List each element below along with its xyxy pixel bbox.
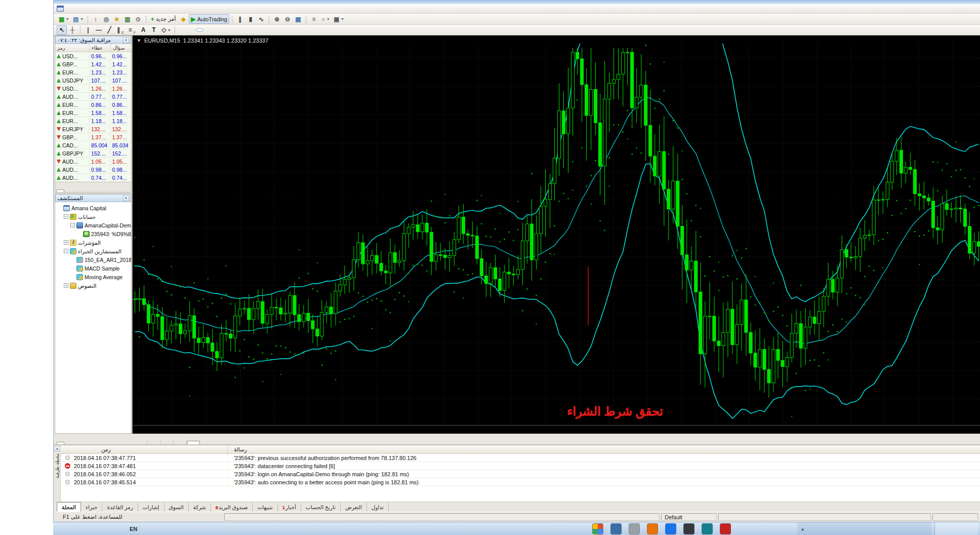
tree-expander[interactable]: + — [64, 283, 68, 288]
chart-tab[interactable] — [174, 441, 187, 444]
timeframe-button[interactable] — [196, 28, 203, 31]
metaeditor-button[interactable]: ◆ — [178, 14, 188, 24]
market-watch-row[interactable]: EUR... 1.18... 1.18... — [55, 117, 131, 125]
menu-item[interactable] — [115, 8, 124, 10]
menu-item[interactable] — [107, 8, 115, 10]
journal-row[interactable]: 2018.04.16 07:38:45.514 '235943': auto c… — [61, 478, 980, 486]
equidistant-channel-tool-button[interactable]: ∥E — [115, 25, 126, 35]
window-system-icon[interactable] — [57, 6, 64, 12]
tree-item[interactable]: − AmanaCapital-Demo — [55, 221, 131, 230]
navigator-button[interactable]: ★ — [112, 14, 122, 24]
app-blue[interactable] — [610, 523, 622, 534]
close-icon[interactable]: × — [123, 196, 129, 201]
dropdown-arrow-icon[interactable]: ▾ — [168, 28, 170, 32]
tree-item[interactable]: + f المؤشرات — [55, 238, 131, 247]
tree-item[interactable]: − المستشارين الخبراء — [55, 247, 131, 255]
journal-row[interactable]: 2018.04.16 07:38:47.481 '235943': datace… — [61, 462, 980, 470]
column-time[interactable]: زمن — [61, 445, 228, 453]
app-lightblue[interactable] — [665, 523, 676, 534]
zoom-out-button[interactable]: ⊖ — [282, 14, 293, 24]
timeframe-button[interactable] — [244, 28, 252, 31]
terminal-tab[interactable]: تداول — [367, 503, 389, 512]
app-teal[interactable] — [702, 523, 713, 534]
chart-tab[interactable] — [160, 441, 174, 444]
tile-windows-button[interactable]: ▦ — [293, 14, 303, 24]
journal-row[interactable]: 2018.04.16 07:38:47.771 '235943': previo… — [61, 454, 980, 462]
close-icon[interactable]: × — [123, 37, 129, 43]
autotrading-button[interactable]: ▶AutoTrading — [189, 14, 229, 24]
browser-chrome[interactable] — [592, 523, 603, 534]
market-watch-row[interactable]: AUD... 0.98... 0.98... — [55, 166, 131, 174]
price-chart[interactable]: ▼ EURUSD,M15 1.23341 1.23343 1.23320 1.2… — [132, 35, 980, 434]
market-watch-row[interactable]: GBPJPY 152.... 152.... — [55, 149, 131, 158]
journal-row[interactable]: 2018.04.16 07:38:46.052 '235943': login … — [61, 470, 980, 478]
chart-tab[interactable] — [147, 441, 160, 444]
horizontal-line-tool-button[interactable]: — — [94, 25, 104, 35]
dropdown-arrow-icon[interactable]: ▾ — [81, 17, 83, 21]
chart-tab[interactable] — [187, 441, 200, 444]
terminal-tab[interactable]: التعرض — [341, 503, 367, 512]
menu-item[interactable] — [75, 8, 83, 10]
terminal-tab[interactable]: رمز القاعدة — [102, 503, 138, 512]
navigator-tab[interactable] — [56, 442, 64, 444]
market-watch-row[interactable]: CAD... 85.004 85.034 — [55, 141, 131, 149]
terminal-tab[interactable]: السوق — [165, 503, 189, 512]
trendline-tool-button[interactable]: ╱ — [104, 25, 114, 35]
column-message[interactable]: رسالة — [228, 445, 980, 453]
app-dark[interactable] — [683, 523, 695, 534]
terminal-tab[interactable]: 1 أخبار — [278, 503, 301, 512]
market-watch-row[interactable]: GBP... 1.42... 1.42... — [55, 60, 131, 68]
terminal-tab[interactable]: شركة — [189, 503, 211, 512]
market-watch-row[interactable]: EUR... 1.58... 1.58... — [55, 109, 131, 117]
menu-item[interactable] — [99, 8, 107, 10]
column-ask[interactable]: سؤال — [111, 44, 131, 52]
app-orange[interactable] — [647, 523, 658, 534]
close-icon[interactable]: × — [54, 446, 60, 452]
terminal-tab[interactable]: إشارات — [138, 503, 165, 512]
timeframe-button[interactable] — [228, 28, 235, 31]
tree-item[interactable]: Amana Capital — [55, 204, 131, 212]
window-titlebar[interactable] — [54, 0, 980, 4]
text-label-tool-button[interactable]: T — [149, 25, 159, 35]
taskbar-clock[interactable] — [934, 522, 978, 535]
data-window-button[interactable]: ◎ — [101, 14, 111, 24]
terminal-tab[interactable]: تنبيهات — [253, 503, 277, 512]
tree-item[interactable]: 150_EA_AR1_2018 — [55, 255, 131, 264]
market-watch-row[interactable]: EURJPY 132.... 132.... — [55, 125, 131, 133]
chart-tab[interactable] — [134, 441, 147, 444]
templates-button[interactable]: ▣▾ — [332, 14, 345, 24]
column-bid[interactable]: عطاء — [90, 44, 111, 52]
app-red[interactable] — [720, 523, 731, 534]
timeframe-button[interactable] — [220, 28, 227, 31]
timeframe-button[interactable] — [188, 28, 195, 31]
vertical-line-tool-button[interactable]: | — [83, 25, 93, 35]
timeframe-button[interactable] — [212, 28, 219, 31]
market-watch-tab[interactable] — [56, 189, 64, 192]
column-symbol[interactable]: رمز — [55, 44, 90, 52]
market-watch-row[interactable]: USD... 0.96... 0.96... — [55, 52, 131, 60]
terminal-tab[interactable]: المجلة — [57, 502, 81, 512]
terminal-button[interactable]: ▥ — [123, 14, 133, 24]
terminal-tab[interactable]: خبراء — [81, 503, 102, 512]
fibonacci-tool-button[interactable]: ≡F — [127, 25, 138, 35]
market-watch-button[interactable]: ↕ — [91, 14, 101, 24]
status-profile[interactable]: Default — [661, 513, 717, 521]
tree-item[interactable]: 235943: %D9%8A — [55, 230, 131, 238]
profiles-button[interactable]: ▤▾ — [71, 14, 85, 24]
arrows-tool-button[interactable]: ◇▾ — [159, 25, 172, 35]
market-watch-row[interactable]: AUD... 0.77... 0.77... — [55, 93, 131, 101]
line-chart-mode-button[interactable]: ∿ — [256, 14, 266, 24]
period-cycler-button[interactable]: ○▾ — [319, 14, 331, 24]
new-chart-button[interactable]: ▦▾ — [57, 14, 70, 24]
market-watch-row[interactable]: GBP... 1.37... 1.37... — [55, 133, 131, 141]
tree-item[interactable]: Moving Average — [55, 273, 131, 281]
tree-expander[interactable]: − — [70, 223, 75, 227]
tree-expander[interactable]: − — [64, 214, 68, 219]
tree-item[interactable]: MACD Sample — [55, 264, 131, 273]
navigator-tab[interactable] — [65, 442, 73, 444]
terminal-tab[interactable]: 6 صندوق البريد — [211, 503, 253, 512]
timeframe-button[interactable] — [180, 28, 187, 31]
candlestick-plot[interactable] — [133, 44, 980, 425]
text-tool-button[interactable]: A — [138, 25, 148, 35]
cursor-tool-button[interactable]: ↖ — [57, 25, 67, 35]
